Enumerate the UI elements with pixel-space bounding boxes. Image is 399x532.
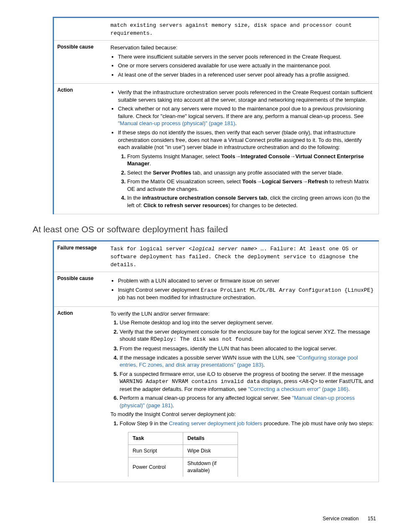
s3-pre: From the Matrix OE visualization screen,… (127, 178, 242, 185)
a2-step-3: From the request messages, identify the … (120, 345, 374, 352)
c2b2-code: Erase ProLiant ML/DL/BL Array Configurat… (201, 287, 373, 293)
a2-mod-step-1: Follow Step 9 in the Creating server dep… (120, 420, 374, 477)
action-step-1: From Systems Insight Manager, select Too… (127, 153, 374, 167)
a2s5-post: . (348, 386, 350, 392)
job-steps-table: Task Details Run Script Wipe Disk Power … (128, 432, 238, 477)
job-th-task: Task (128, 432, 183, 445)
c2b2-post: job has not been modified for infrastruc… (118, 294, 256, 301)
a2-step-4: If the message indicates a possible serv… (120, 354, 374, 369)
action-step-3: From the Matrix OE visualization screen,… (127, 178, 374, 193)
cause-intro: Reservation failed because: (110, 44, 374, 51)
a2-step-5: For a suspected firmware error, use iLO … (120, 370, 374, 393)
footer-page-number: 151 (368, 516, 376, 522)
troubleshoot-table-2: Failure message Task for logical server … (53, 240, 379, 482)
possible-cause-label-2: Possible cause (54, 272, 108, 307)
cause-bullet-3: At least one of the server blades in a r… (118, 71, 374, 79)
empty-label (54, 18, 108, 41)
a2m1-pre: Follow Step 9 in the (120, 420, 169, 427)
action-label-2: Action (54, 306, 108, 482)
desc-cell: match existing servers against memory si… (108, 18, 379, 41)
possible-cause-label: Possible cause (54, 41, 108, 84)
job-r2c2: Shutdown (if available) (183, 457, 238, 477)
s4-b: infrastructure orchestration console Ser… (142, 195, 267, 201)
a2-step-1: Use Remote desktop and log into the serv… (120, 319, 374, 326)
s3-b3: Refresh (308, 178, 328, 185)
action2-intro1: To verify the LUN and/or server firmware… (110, 310, 374, 318)
s3-b1: Tools (242, 178, 256, 185)
s1-arr2: → (290, 153, 295, 159)
s1-post: . (149, 160, 151, 167)
ab2-post: . (235, 120, 237, 126)
a2s6-post: . (173, 402, 174, 409)
fm-pre: Task for logical server (110, 246, 189, 252)
a2s5-code: WARNING Adapter NVRAM contains invalid d… (120, 378, 260, 385)
s4-b2: Click to refresh server resources (143, 202, 228, 208)
job-th-details: Details (183, 432, 238, 445)
a2s5-pre: For a suspected firmware error, use iLO … (120, 371, 363, 377)
a2s6-pre: Perform a manual clean-up process for an… (120, 395, 292, 401)
s1-b2: Integrated Console (240, 153, 290, 159)
checksum-error-link[interactable]: "Correcting a checksum error" (page 186) (248, 386, 348, 392)
action-cell-2: To verify the LUN and/or server firmware… (108, 306, 379, 482)
s1-b1: Tools (221, 153, 235, 159)
a2s2-post: . (252, 336, 253, 342)
c2b2-pre: Insight Control server deployment (118, 287, 201, 293)
possible-cause-cell: Reservation failed because: There were i… (108, 41, 379, 84)
action2-intro2: To modify the Insight Control server dep… (110, 411, 374, 418)
ab3-text: If these steps do not identify the issue… (118, 129, 362, 150)
s3-b2: Logical Servers (262, 178, 302, 185)
s2-pre: Select the (127, 170, 153, 176)
page: match existing servers against memory si… (0, 0, 399, 532)
action-label: Action (54, 84, 108, 214)
troubleshoot-table-1: match existing servers against memory si… (53, 17, 379, 214)
a2s4-pre: If the message indicates a possible serv… (120, 355, 297, 361)
ab2-pre: Check whether or not any servers were mo… (118, 105, 364, 119)
action-step-4: In the infrastructure orchestration cons… (127, 194, 374, 209)
cause2-b2: Insight Control server deployment Erase … (118, 286, 374, 301)
s3-arr2: → (302, 178, 308, 185)
manual-cleanup-link-1[interactable]: "Manual clean-up process (physical)" (pa… (118, 120, 235, 126)
action-step-2: Select the Server Profiles tab, and unas… (127, 169, 374, 177)
job-r2c1: Power Control (128, 457, 183, 477)
s4-post: ) for changes to be detected. (228, 202, 298, 208)
a2-step-6: Perform a manual clean-up process for an… (120, 394, 374, 409)
action-bullet-1: Verify that the infrastructure orchestra… (118, 89, 374, 103)
footer-section: Service creation (323, 516, 359, 522)
action-cell: Verify that the infrastructure orchestra… (108, 84, 379, 214)
a2s4-post: . (263, 362, 265, 368)
section-heading: At least one OS or software deployment h… (33, 224, 379, 234)
s4-pre: In the (127, 195, 142, 201)
s2-post: tab, and unassign any profile associated… (191, 170, 343, 176)
s2-b: Server Profiles (153, 170, 191, 176)
possible-cause-cell-2: Problem with a LUN allocated to server o… (108, 272, 379, 307)
page-footer: Service creation 151 (323, 516, 376, 522)
cause-bullet-1: There were insufficient suitable servers… (118, 53, 374, 61)
cause-bullet-2: One or more servers considered available… (118, 62, 374, 69)
s3-arr1: → (256, 178, 262, 185)
failure-message-cell: Task for logical server <logical server … (108, 241, 379, 272)
action-bullet-3: If these steps do not identify the issue… (118, 129, 374, 209)
fm-it: <logical server name> (189, 246, 257, 252)
job-r1c1: Run Script (128, 445, 183, 457)
s1-pre: From Systems Insight Manager, select (127, 153, 221, 159)
a2s2-code: RDeploy: The disk was not found (151, 336, 252, 342)
failure-message-label: Failure message (54, 241, 108, 272)
job-r1c2: Wipe Disk (183, 445, 238, 457)
action-bullet-2: Check whether or not any servers were mo… (118, 105, 374, 127)
a2-step-2: Verify that the server deployment consol… (120, 328, 374, 343)
s1-arr1: → (235, 153, 240, 159)
create-job-folders-link[interactable]: Creating server deployment job folders (169, 420, 262, 427)
prev-desc: match existing servers against memory si… (110, 22, 352, 36)
a2m1-post: procedure. The job must have only two st… (262, 420, 373, 427)
cause2-b1: Problem with a LUN allocated to server o… (118, 277, 374, 285)
